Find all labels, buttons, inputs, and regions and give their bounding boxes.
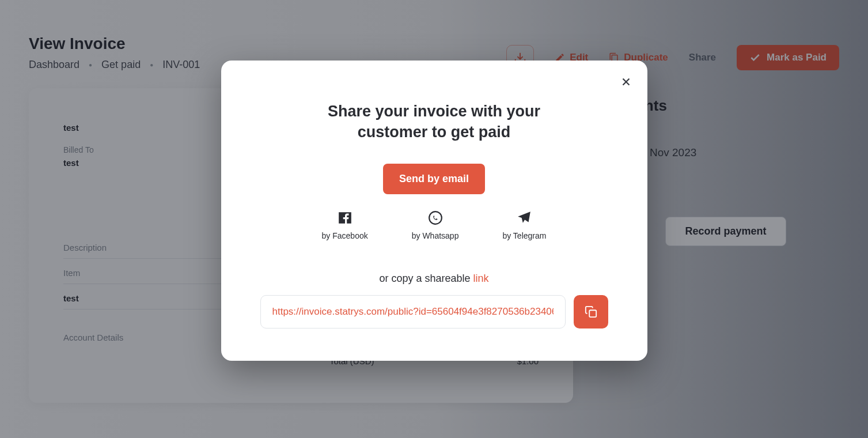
telegram-label: by Telegram (502, 231, 546, 240)
modal-title: Share your invoice with your customer to… (313, 101, 555, 143)
share-telegram-button[interactable]: by Telegram (502, 210, 546, 240)
copy-icon (585, 305, 597, 318)
facebook-label: by Facebook (322, 231, 368, 240)
copy-link-button[interactable] (574, 295, 608, 328)
social-row: by Facebook by Whatsapp by Telegram (244, 210, 624, 240)
facebook-icon (338, 210, 352, 225)
send-by-email-button[interactable]: Send by email (383, 164, 485, 194)
svg-rect-4 (589, 310, 596, 317)
svg-point-3 (429, 212, 442, 224)
share-text-link: link (473, 273, 489, 284)
link-row (244, 295, 624, 328)
close-icon (620, 75, 632, 88)
share-modal: Share your invoice with your customer to… (221, 61, 647, 361)
share-text-prefix: or copy a shareable (379, 273, 473, 284)
modal-overlay[interactable]: Share your invoice with your customer to… (0, 0, 868, 438)
share-facebook-button[interactable]: by Facebook (322, 210, 368, 240)
share-url-input[interactable] (260, 295, 566, 328)
share-text: or copy a shareable link (244, 273, 624, 285)
whatsapp-icon (428, 210, 443, 225)
whatsapp-label: by Whatsapp (412, 231, 459, 240)
telegram-icon (517, 210, 532, 225)
close-button[interactable] (620, 75, 632, 88)
share-whatsapp-button[interactable]: by Whatsapp (412, 210, 459, 240)
